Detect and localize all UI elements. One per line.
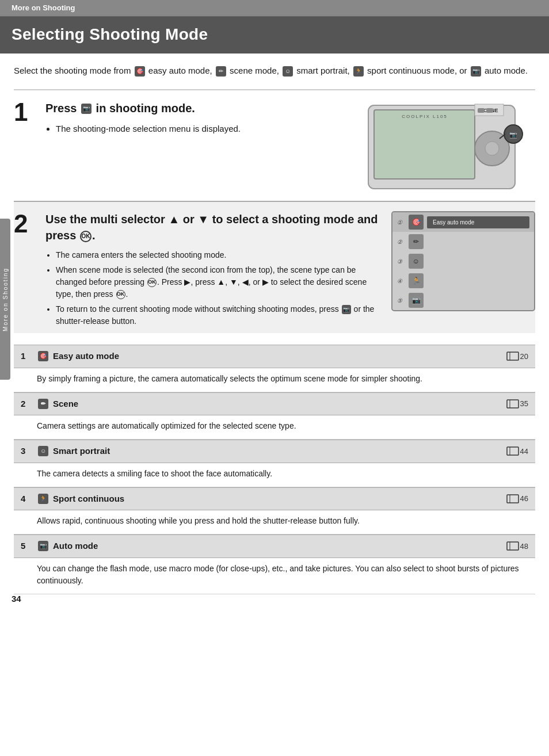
mode-1-num: 1 xyxy=(21,350,37,363)
step-2-number: 2 xyxy=(14,211,45,327)
svg-text:📷: 📷 xyxy=(509,131,517,139)
mode-4-pageref: 46 xyxy=(506,493,528,505)
mode-5-num: 5 xyxy=(21,540,37,553)
svg-rect-14 xyxy=(507,400,518,408)
mode-1-pageref: 20 xyxy=(506,351,528,362)
step-2-heading: Use the multi selector ▲ or ▼ to select … xyxy=(45,211,386,243)
menu-num-2: ② xyxy=(397,238,405,246)
step-2-bullet-2: When scene mode is selected (the second … xyxy=(56,264,386,300)
mode-2-desc: Camera settings are automatically optimi… xyxy=(14,415,535,440)
mode-1-title-text: Easy auto mode xyxy=(53,350,119,363)
mode-3-title: ☺ Smart portrait xyxy=(37,445,506,458)
mode-1-page: 20 xyxy=(520,351,528,362)
camera-button-icon-s1: 📷 xyxy=(81,104,92,114)
svg-rect-18 xyxy=(507,495,518,503)
mode-4-page: 46 xyxy=(520,493,528,505)
svg-text:COOLPIX L105: COOLPIX L105 xyxy=(402,114,448,119)
step-1-body: Press 📷 in shooting mode. The shooting-m… xyxy=(45,100,363,196)
page-number: 34 xyxy=(12,593,21,606)
mode-2-num: 2 xyxy=(21,398,37,411)
step-2-section: 2 Use the multi selector ▲ or ▼ to selec… xyxy=(14,201,535,333)
svg-rect-1 xyxy=(374,110,475,179)
mode-2-pageref: 35 xyxy=(506,398,528,410)
sidebar: More on Shooting xyxy=(0,219,10,380)
mode-3-page: 44 xyxy=(520,446,528,457)
sidebar-text: More on Shooting xyxy=(1,268,10,331)
top-bar-label: More on Shooting xyxy=(12,3,75,12)
menu-icon-1: 🎯 xyxy=(409,215,424,230)
menu-num-3: ③ xyxy=(397,257,405,266)
ok-button-s2c: OK xyxy=(116,290,125,299)
step-2-bullet-3: To return to the current shooting mode w… xyxy=(56,303,386,327)
easy-auto-icon: 🎯 xyxy=(135,66,145,77)
ok-button-s2b: OK xyxy=(147,278,157,287)
mode-1-icon: 🎯 xyxy=(38,351,48,361)
mode-4-icon: 🏃 xyxy=(38,494,48,504)
mode-5-icon: 📷 xyxy=(38,541,48,551)
step-2-menu-panel: ① 🎯 Easy auto mode ② ✏ ③ ☺ ④ 🏃 xyxy=(386,211,535,327)
mode-5-title-text: Auto mode xyxy=(53,540,98,553)
content-area: Select the shooting mode from 🎯 easy aut… xyxy=(0,54,549,617)
menu-num-4: ④ xyxy=(397,277,405,285)
mode-3-pageref: 44 xyxy=(506,446,528,457)
menu-row-5: ⑤ 📷 xyxy=(392,291,534,310)
menu-icon-3: ☺ xyxy=(409,254,424,269)
top-bar: More on Shooting xyxy=(0,0,549,17)
step-1-heading: Press 📷 in shooting mode. xyxy=(45,100,363,117)
ok-button-s2: OK xyxy=(80,231,92,242)
page-title: Selecting Shooting Mode xyxy=(12,22,537,47)
step-2-body: Use the multi selector ▲ or ▼ to select … xyxy=(45,211,386,327)
svg-rect-16 xyxy=(507,447,518,455)
step-1-section: 1 Press 📷 in shooting mode. The shooting… xyxy=(14,89,535,201)
step-2-bullet-1: The camera enters the selected shooting … xyxy=(56,249,386,261)
mode-5-pageref: 48 xyxy=(506,541,528,552)
mode-menu: ① 🎯 Easy auto mode ② ✏ ③ ☺ ④ 🏃 xyxy=(391,211,535,311)
mode-3-desc: The camera detects a smiling face to sho… xyxy=(14,463,535,487)
title-section: Selecting Shooting Mode xyxy=(0,17,549,54)
step-1-bullets: The shooting-mode selection menu is disp… xyxy=(56,123,363,136)
mode-2-icon: ✏ xyxy=(38,399,48,409)
step-1-number: 1 xyxy=(14,100,45,196)
step-1-image: COOLPIX L105 SCENE 📷 xyxy=(363,100,535,196)
svg-rect-11 xyxy=(486,108,493,113)
menu-icon-5: 📷 xyxy=(409,293,424,308)
mode-5-title: 📷 Auto mode xyxy=(37,540,506,553)
mode-3-num: 3 xyxy=(21,445,37,458)
step-2-bullets: The camera enters the selected shooting … xyxy=(56,249,386,327)
menu-row-1: ① 🎯 Easy auto mode xyxy=(392,212,534,232)
svg-rect-10 xyxy=(478,108,485,113)
svg-rect-20 xyxy=(507,542,518,550)
menu-row-4: ④ 🏃 xyxy=(392,271,534,291)
step-1-bullet-1: The shooting-mode selection menu is disp… xyxy=(56,123,363,136)
mode-table: 1 🎯 Easy auto mode 20 By simply framing … xyxy=(14,345,535,594)
mode-2-title: ✏ Scene xyxy=(37,398,506,411)
mode-4-desc: Allows rapid, continuous shooting while … xyxy=(14,510,535,534)
mode-row-2-header: 2 ✏ Scene 35 xyxy=(14,392,535,416)
mode-2-page: 35 xyxy=(520,398,528,410)
scene-icon: ✏ xyxy=(216,66,226,77)
mode-row-5-header: 5 📷 Auto mode 48 xyxy=(14,534,535,558)
menu-num-5: ⑤ xyxy=(397,296,405,305)
camera-icon-s2: 📷 xyxy=(342,305,351,314)
mode-4-num: 4 xyxy=(21,492,37,506)
mode-2-title-text: Scene xyxy=(53,398,78,411)
menu-row-2: ② ✏ xyxy=(392,232,534,251)
mode-row-1-header: 1 🎯 Easy auto mode 20 xyxy=(14,345,535,368)
mode-row-4-header: 4 🏃 Sport continuous 46 xyxy=(14,487,535,511)
mode-row-3-header: 3 ☺ Smart portrait 44 xyxy=(14,440,535,463)
portrait-icon: ☺ xyxy=(283,66,293,77)
mode-1-desc: By simply framing a picture, the camera … xyxy=(14,368,535,392)
mode-4-title-text: Sport continuous xyxy=(53,492,124,506)
menu-icon-2: ✏ xyxy=(409,234,424,249)
mode-5-page: 48 xyxy=(520,541,528,552)
menu-icon-4: 🏃 xyxy=(409,273,424,288)
svg-point-4 xyxy=(485,142,499,155)
intro-text: Select the shooting mode from 🎯 easy aut… xyxy=(14,64,535,78)
mode-3-icon: ☺ xyxy=(38,446,48,456)
menu-label-1: Easy auto mode xyxy=(427,216,529,228)
sport-icon: 🏃 xyxy=(353,66,364,77)
menu-row-3: ③ ☺ xyxy=(392,251,534,271)
menu-num-1: ① xyxy=(397,218,405,227)
camera-diagram-svg: COOLPIX L105 SCENE 📷 xyxy=(363,100,529,192)
mode-4-title: 🏃 Sport continuous xyxy=(37,492,506,506)
